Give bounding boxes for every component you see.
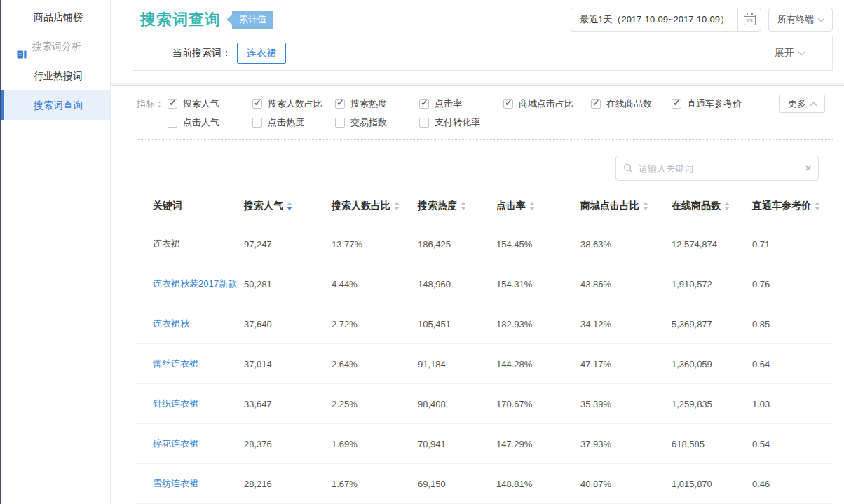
keyword-link[interactable]: 碎花连衣裙 <box>153 438 198 449</box>
checkbox[interactable] <box>503 99 513 109</box>
terminal-select-value: 所有终端 <box>777 13 814 26</box>
indicator-online-products[interactable]: 在线商品数 <box>591 97 672 110</box>
table-cell: 2.72% <box>326 304 412 344</box>
sort-control[interactable] <box>461 202 466 210</box>
sort-control[interactable] <box>394 202 400 210</box>
table-cell: 91,184 <box>412 344 491 384</box>
sidebar-item-label: 搜索词查询 <box>34 100 83 111</box>
table-cell: 2.64% <box>326 344 412 384</box>
checkbox[interactable] <box>591 99 601 109</box>
table-cell: 1,360,059 <box>666 344 747 384</box>
more-button[interactable]: 更多 <box>779 95 825 113</box>
indicator-click-popularity[interactable]: 点击人气 <box>168 116 252 129</box>
checkbox[interactable] <box>335 118 345 128</box>
cumulative-badge: 累计值 <box>226 11 273 29</box>
sidebar-item-search-term-analysis[interactable]: 搜索词分析 <box>1 32 110 61</box>
sort-control[interactable] <box>529 202 535 210</box>
checkbox[interactable] <box>252 118 262 128</box>
keyword-link[interactable]: 连衣裙秋装2017新款女 <box>153 278 238 289</box>
table-cell: 37.93% <box>575 424 666 464</box>
terminal-select[interactable]: 所有终端 <box>768 8 833 32</box>
table-header-row: 关键词 搜索人气 搜索人数占比 搜索热度 点击率 <box>137 200 833 224</box>
checkbox[interactable] <box>419 118 429 128</box>
table-cell: 70,941 <box>412 424 491 464</box>
indicator-searcher-share[interactable]: 搜索人数占比 <box>252 97 335 110</box>
sidebar-item-label: 搜索词分析 <box>32 41 81 52</box>
expand-label: 展开 <box>775 47 794 60</box>
indicator-ztc-reference-price[interactable]: 直通车参考价 <box>672 97 784 110</box>
current-term-button[interactable]: 连衣裙 <box>237 43 286 64</box>
indicator-search-heat[interactable]: 搜索热度 <box>335 97 419 110</box>
sort-control[interactable] <box>643 202 648 210</box>
sort-control[interactable] <box>815 202 820 210</box>
expand-toggle[interactable]: 展开 <box>775 47 804 60</box>
table-row: 雪纺连衣裙 28,216 1.67% 69,150 148.81% 40.87%… <box>137 464 833 504</box>
sidebar-item-industry-hot-words[interactable]: 行业热搜词 <box>1 61 110 90</box>
topbar: 搜索词查询 累计值 最近1天（2017-10-09~2017-10-09） 15 <box>132 0 833 36</box>
date-range-picker[interactable]: 最近1天（2017-10-09~2017-10-09） 15 <box>571 8 761 32</box>
checkbox[interactable] <box>335 99 345 109</box>
keyword-link[interactable]: 连衣裙秋 <box>153 318 189 329</box>
sidebar-item-label: 行业热搜词 <box>34 70 83 81</box>
table-cell: 618,585 <box>666 424 747 464</box>
table-cell: 98,408 <box>412 384 491 424</box>
table-cell: 35.39% <box>575 384 666 424</box>
column-header-online-products: 在线商品数 <box>666 200 747 224</box>
sidebar-item-search-term-query[interactable]: 搜索词查询 <box>1 90 110 120</box>
table-cell: 182.93% <box>491 304 575 344</box>
date-range-text: 最近1天（2017-10-09~2017-10-09） <box>571 8 737 31</box>
clear-icon[interactable]: ✕ <box>805 163 812 174</box>
indicator-mall-click-share[interactable]: 商城点击占比 <box>503 97 591 110</box>
checkbox[interactable] <box>252 99 262 109</box>
table-row: 连衣裙秋装2017新款女 50,281 4.44% 148,960 154.31… <box>137 264 833 304</box>
table-row: 连衣裙秋 37,640 2.72% 105,451 182.93% 34.12%… <box>137 304 833 344</box>
current-term-panel: 当前搜索词： 连衣裙 展开 <box>132 36 833 71</box>
indicator-row: 搜索人气 搜索人数占比 搜索热度 点击率 <box>168 94 833 113</box>
indicators-label: 指标： <box>137 94 168 132</box>
checkbox[interactable] <box>168 118 177 128</box>
table-cell: 33,647 <box>238 384 326 424</box>
calendar-button[interactable]: 15 <box>737 8 761 31</box>
indicator-search-popularity[interactable]: 搜索人气 <box>168 97 252 110</box>
table-cell: 144.28% <box>491 344 575 384</box>
indicator-payment-conversion[interactable]: 支付转化率 <box>419 116 503 129</box>
dotted-divider <box>137 139 833 140</box>
table-cell: 170.67% <box>491 384 575 424</box>
sidebar: 商品店铺榜 搜索词分析 行业热搜词 搜索词查询 <box>1 0 111 504</box>
keyword-link[interactable]: 针织连衣裙 <box>153 398 198 409</box>
chevron-down-icon <box>818 15 825 22</box>
table-cell: 97,247 <box>238 224 326 264</box>
table-cell: 34.12% <box>575 304 666 344</box>
current-term-label: 当前搜索词： <box>172 47 231 60</box>
checkbox[interactable] <box>168 99 177 109</box>
keyword-text: 连衣裙 <box>153 238 180 249</box>
sidebar-item-product-shop-rank[interactable]: 商品店铺榜 <box>1 2 110 32</box>
indicator-row: 点击人气 点击热度 交易指数 支付转化率 <box>168 113 833 132</box>
keywords-table: 关键词 搜索人气 搜索人数占比 搜索热度 点击率 <box>137 200 833 504</box>
keyword-search-input[interactable] <box>615 156 819 181</box>
table-cell: 0.71 <box>747 224 833 264</box>
column-header-search-heat: 搜索热度 <box>412 200 491 224</box>
indicator-click-rate[interactable]: 点击率 <box>419 97 503 110</box>
column-header-keyword: 关键词 <box>137 200 238 224</box>
table-cell: 1.03 <box>747 384 833 424</box>
table-cell: 28,216 <box>238 464 326 504</box>
table-cell: 0.85 <box>747 304 833 344</box>
indicator-click-heat[interactable]: 点击热度 <box>252 116 335 129</box>
column-header-ztc-reference-price: 直通车参考价 <box>747 200 833 224</box>
sort-control[interactable] <box>724 202 730 210</box>
table-cell: 154.31% <box>491 264 575 304</box>
indicator-transaction-index[interactable]: 交易指数 <box>335 116 419 129</box>
column-header-mall-click-share: 商城点击占比 <box>575 200 666 224</box>
sort-control[interactable] <box>287 202 292 210</box>
title-area: 搜索词查询 累计值 <box>132 9 273 30</box>
table-cell: 148.81% <box>491 464 575 504</box>
checkbox[interactable] <box>419 99 429 109</box>
keyword-link[interactable]: 雪纺连衣裙 <box>153 478 198 489</box>
top-controls: 最近1天（2017-10-09~2017-10-09） 15 所有终端 <box>571 8 833 32</box>
checkbox[interactable] <box>672 99 681 109</box>
table-cell: 47.17% <box>575 344 666 384</box>
keyword-link[interactable]: 蕾丝连衣裙 <box>153 358 198 369</box>
table-cell: 1.69% <box>326 424 412 464</box>
chevron-up-icon <box>810 102 817 109</box>
